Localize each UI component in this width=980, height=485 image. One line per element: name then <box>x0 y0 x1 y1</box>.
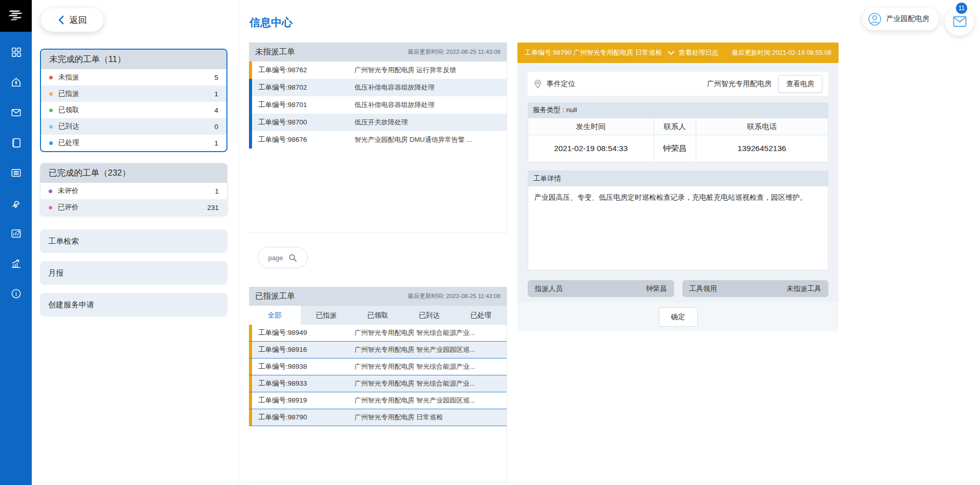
home-energy-icon[interactable] <box>10 76 22 88</box>
status-item-rated[interactable]: 已评价 231 <box>40 199 227 216</box>
row-status-bar <box>249 342 252 358</box>
assigned-order-row[interactable]: 工单编号:98938 广州智光专用配电房 智光综合能源产业... <box>249 359 507 375</box>
order-number: 工单编号:98701 <box>258 100 355 110</box>
status-label: 已指派 <box>58 89 79 98</box>
report-chart-icon[interactable] <box>10 227 22 239</box>
back-button[interactable]: 返回 <box>41 8 103 32</box>
chevron-down-icon <box>668 51 675 55</box>
detail-header-title: 工单编号:98790 广州智光专用配电房 日常巡检 <box>525 48 662 57</box>
tool-value: 未指派工具 <box>787 284 822 293</box>
status-label: 未指派 <box>58 73 79 82</box>
logo-icon <box>6 6 26 26</box>
user-name: 产业园配电房 <box>886 14 929 24</box>
detail-footer: 确定 <box>517 302 839 331</box>
menu-label: 创建服务申请 <box>48 300 94 310</box>
left-panel-divider <box>238 0 239 485</box>
status-item-claimed[interactable]: 已领取 4 <box>41 102 226 118</box>
status-item-arrived[interactable]: 已到达 0 <box>41 118 226 135</box>
menu-label: 月报 <box>48 268 64 278</box>
contact-table: 发生时间 联系人 联系电话 2021-02-19 08:54:33 钟荣昌 13… <box>528 118 828 162</box>
tab-claimed[interactable]: 已领取 <box>352 306 404 325</box>
assigned-order-row[interactable]: 工单编号:98933 广州智光专用配电房 智光综合能源产业... <box>249 375 507 392</box>
col-occur-time: 发生时间 <box>528 118 654 135</box>
tab-processed[interactable]: 已处理 <box>455 306 507 325</box>
status-dot-red <box>49 76 53 79</box>
order-desc: 低压开关故障处理 <box>355 118 507 127</box>
menu-item-order-search[interactable]: 工单检索 <box>40 229 227 253</box>
completed-orders-title: 已完成的工单（232） <box>40 163 227 183</box>
view-room-button[interactable]: 查看电房 <box>778 75 822 93</box>
sidebar <box>0 0 32 485</box>
tab-assigned[interactable]: 已指派 <box>301 306 352 325</box>
menu-item-monthly-report[interactable]: 月报 <box>40 261 227 285</box>
page-search-control[interactable]: page <box>258 247 308 268</box>
unassigned-order-row[interactable]: 工单编号:98676 智光产业园配电房 DMU通信异常告警 ... <box>249 131 507 149</box>
tab-arrived[interactable]: 已到达 <box>404 306 455 325</box>
view-log-link[interactable]: 查看处理日志 <box>668 48 718 57</box>
assigned-order-row[interactable]: 工单编号:98916 广州智光专用配电房 智光产业园园区巡... <box>249 342 507 359</box>
assigned-order-row-selected[interactable]: 工单编号:98790 广州智光专用配电房 日常巡检 <box>249 409 507 426</box>
search-icon <box>288 254 297 262</box>
status-label: 已评价 <box>58 203 79 212</box>
order-number: 工单编号:98790 <box>258 413 355 422</box>
assigned-order-row[interactable]: 工单编号:98949 广州智光专用配电房 智光综合能源产业... <box>249 325 507 342</box>
row-status-bar <box>249 359 252 375</box>
row-status-bar <box>249 325 252 341</box>
incomplete-orders-title: 未完成的工单（11） <box>41 50 226 69</box>
unassigned-order-row[interactable]: 工单编号:98701 低压补偿电容器组故障处理 <box>249 96 507 114</box>
tool-label: 工具领用 <box>690 284 717 293</box>
user-account-button[interactable]: 产业园配电房 <box>862 8 939 30</box>
unassigned-order-row[interactable]: 工单编号:98762 广州智光专用配电房 运行异常反馈 <box>249 61 507 79</box>
status-item-processed[interactable]: 已处理 1 <box>41 135 226 151</box>
row-status-bar <box>249 96 252 114</box>
order-number: 工单编号:98676 <box>258 135 355 144</box>
order-desc: 广州智光专用配电房 运行异常反馈 <box>355 66 507 75</box>
status-item-assigned[interactable]: 已指派 1 <box>41 86 226 102</box>
status-count: 1 <box>214 139 218 147</box>
status-dot-pink <box>49 206 52 209</box>
page-title: 信息中心 <box>249 15 293 30</box>
status-dot-yellow <box>49 92 53 96</box>
unassigned-order-row[interactable]: 工单编号:98702 低压补偿电容器组故障处理 <box>249 79 507 96</box>
chevron-left-icon <box>58 15 65 25</box>
unassigned-order-row[interactable]: 工单编号:98700 低压开关故障处理 <box>249 114 507 131</box>
order-detail-body: 事件定位 广州智光专用配电房 查看电房 服务类型 : null 发生时间 联系人… <box>517 63 839 331</box>
info-icon[interactable] <box>10 287 22 300</box>
completed-orders-card: 已完成的工单（232） 未评价 1 已评价 231 <box>40 163 227 216</box>
assignee-pill[interactable]: 指派人员 钟荣昌 <box>528 280 674 297</box>
list-icon[interactable] <box>10 166 22 179</box>
location-pin-icon <box>534 79 542 89</box>
tool-pill[interactable]: 工具领用 未指派工具 <box>682 280 829 297</box>
status-item-unrated[interactable]: 未评价 1 <box>40 183 227 199</box>
view-log-label: 查看处理日志 <box>678 48 718 57</box>
assigned-order-row[interactable]: 工单编号:98919 广州智光专用配电房 智光产业园园区巡... <box>249 392 507 409</box>
order-number: 工单编号:98702 <box>258 83 355 92</box>
menu-item-create-service-request[interactable]: 创建服务申请 <box>40 293 227 317</box>
status-count: 1 <box>215 187 219 195</box>
notebook-icon[interactable] <box>10 136 22 149</box>
assignee-value: 钟荣昌 <box>646 284 667 293</box>
mail-icon[interactable] <box>10 106 22 118</box>
status-count: 231 <box>207 204 219 212</box>
trend-chart-icon[interactable] <box>10 257 22 269</box>
tab-all[interactable]: 全部 <box>249 306 301 325</box>
row-status-bar <box>249 392 252 409</box>
dashboard-icon[interactable] <box>10 46 22 58</box>
contact-phone-value: 13926452136 <box>696 135 828 162</box>
status-label: 未评价 <box>58 186 79 196</box>
wrench-icon[interactable] <box>10 197 22 209</box>
status-item-unassigned[interactable]: 未指派 5 <box>41 69 226 86</box>
confirm-button[interactable]: 确定 <box>659 307 698 327</box>
envelope-icon <box>953 16 967 27</box>
row-status-bar <box>249 61 252 79</box>
order-details-text: 产业园高压、专变、低压电房定时巡检检查记录，充电桩充电站巡视检查，园区维护。 <box>528 186 828 209</box>
order-desc: 广州智光专用配电房 智光综合能源产业... <box>355 328 507 338</box>
page-label: page <box>268 254 283 262</box>
event-location-label: 事件定位 <box>547 79 575 89</box>
status-label: 已处理 <box>58 138 79 147</box>
order-desc: 广州智光专用配电房 智光产业园园区巡... <box>355 396 507 405</box>
order-desc: 广州智光专用配电房 智光综合能源产业... <box>355 362 507 371</box>
order-number: 工单编号:98700 <box>258 118 355 127</box>
status-count: 5 <box>214 74 218 81</box>
status-dot-green <box>49 109 53 112</box>
